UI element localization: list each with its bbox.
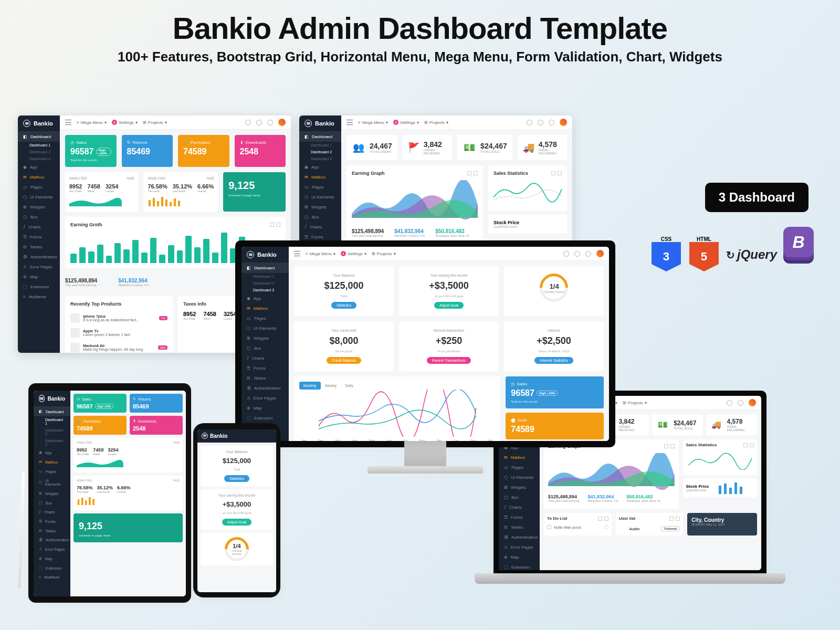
sidebar-box[interactable]: ▢Box (18, 212, 60, 222)
svg-rect-8 (78, 499, 80, 505)
chart-tabs: Monthly Weekly Daily (299, 382, 495, 390)
brand[interactable]: ✉Bankio (18, 116, 60, 132)
menu-toggle-icon[interactable] (294, 251, 300, 256)
sidebar-mailbox[interactable]: ✉Mailbox (18, 172, 60, 182)
svg-rect-11 (89, 497, 91, 505)
bell-icon[interactable] (267, 120, 273, 125)
bell-icon[interactable] (259, 433, 264, 437)
avatar[interactable] (266, 433, 272, 439)
recent-transaction-card: Recent transaction +$250 From john@doe R… (399, 321, 499, 371)
adjust-goal-button[interactable]: Adjust Goal (434, 302, 464, 309)
menu-toggle-icon[interactable] (65, 120, 71, 125)
statistics-button[interactable]: Statistics (331, 302, 356, 309)
laptop-base (475, 573, 785, 584)
search-icon[interactable] (727, 400, 732, 406)
delete-icon[interactable] (604, 525, 608, 529)
dashboard-monitor: ✉Bankio ◧ Dashboard Dashboard 1 Dashboar… (242, 247, 609, 441)
avatar[interactable] (560, 119, 567, 126)
search-icon[interactable] (563, 251, 569, 257)
gear-icon[interactable] (574, 251, 580, 257)
todo-panel: To Do List Nulla vitae purus (544, 513, 612, 536)
stat-card-returns[interactable]: ↻ Returns 85469 (122, 135, 173, 167)
gauge-icon: 1/4Overdue Invoices (534, 268, 574, 308)
tab-daily[interactable]: Daily (341, 382, 358, 390)
stat-card-sales[interactable]: ◷ Sales 96587 High +10% Total for this m… (65, 135, 117, 167)
svg-rect-7 (178, 201, 180, 206)
search-icon[interactable] (252, 433, 257, 437)
svg-rect-14 (724, 484, 727, 494)
bell-icon[interactable] (549, 120, 554, 125)
tab-weekly[interactable]: Weekly (321, 382, 341, 390)
brand[interactable]: ✉Bankio (242, 247, 289, 263)
sidebar-sub-1[interactable]: Dashboard 1 (18, 142, 60, 149)
settings-menu[interactable]: 8 Settings ▾ (112, 120, 138, 125)
product-item[interactable]: Apple TvLorem ipsum 2 listener 1 fact (70, 326, 167, 340)
sidebar-tables[interactable]: ⊟Tables (18, 242, 60, 252)
svg-rect-2 (157, 201, 159, 206)
monitor-base (368, 466, 483, 474)
brand[interactable]: ✉Bankio (299, 116, 341, 132)
product-item[interactable]: Iphone 7plusIt is a long as as establish… (70, 311, 167, 326)
monitor-stand (404, 441, 446, 467)
side-sales-card: ◷ Sales 96587 High +10% Total for this m… (506, 376, 604, 408)
userlist-panel: User list AustinFollowed (616, 513, 684, 536)
sidebar-sub-2[interactable]: Dashboard 2 (18, 149, 60, 155)
sidebar-pages[interactable]: ▭Pages (18, 182, 60, 192)
interest-statistics-button[interactable]: Interest Statistics (534, 357, 573, 364)
credit-balance-button[interactable]: Credit Balance (327, 357, 361, 364)
stock-price-panel: Stock Price QUARTER DATA (488, 215, 567, 234)
balance-card: Your Balance $125,000 Total Statistics (294, 266, 394, 316)
sidebar-auth[interactable]: ⦿Authentication (18, 252, 60, 262)
stat-card-downloads[interactable]: ⬇ Downloads 2548 (235, 135, 286, 167)
sidebar-ui[interactable]: ⬡UI Elements (18, 192, 60, 202)
projects-menu[interactable]: ⊞ Projects ▾ (143, 120, 167, 125)
html5-logo: HTML 5 (688, 236, 720, 273)
saving-card: Your saving this month +$3,5000 of your … (399, 266, 499, 316)
sidebar-dashboard[interactable]: ◧Dashboard (18, 132, 60, 142)
mega-menu[interactable]: ≡ Mega Menu ▾ (77, 120, 107, 125)
svg-rect-9 (81, 498, 83, 505)
side-gold-card: ⬤ Gold 74589 (506, 413, 604, 439)
gear-icon[interactable] (256, 120, 262, 125)
tab-monthly[interactable]: Monthly (299, 382, 321, 390)
sales-stats-panel: Sales Statistics (683, 439, 757, 475)
followed-button[interactable]: Followed (661, 526, 680, 531)
menu-toggle-icon[interactable] (346, 120, 353, 125)
sidebar-error[interactable]: ⚠Error Pages (18, 262, 60, 272)
avatar[interactable] (278, 119, 286, 126)
bell-icon[interactable] (585, 251, 591, 257)
svg-rect-3 (161, 197, 163, 206)
sidebar-sub-3[interactable]: Dashboard 3 (18, 155, 60, 162)
svg-rect-16 (734, 482, 737, 494)
sidebar-ext[interactable]: ⬚Extension (18, 282, 60, 292)
search-icon[interactable] (245, 120, 251, 125)
recent-transactions-button[interactable]: Recent Transactions (427, 357, 471, 364)
svg-rect-0 (149, 200, 151, 206)
earning-graph-panel: Earning Graph $125,498,894This year tota… (544, 439, 679, 509)
sidebar-forms[interactable]: ☰Forms (18, 232, 60, 242)
css3-logo: CSS 3 (650, 236, 682, 273)
products-panel: Recently Top Products Iphone 7plusIt is … (65, 296, 173, 353)
sidebar-multi[interactable]: ≡Multilevel (18, 292, 60, 302)
search-icon[interactable] (527, 120, 532, 125)
invoices-gauge-card: 1/4Overdue Invoices (504, 266, 604, 316)
avatar[interactable] (596, 250, 604, 257)
svg-rect-6 (174, 198, 176, 206)
sidebar-widgets[interactable]: ⊞Widgets (18, 202, 60, 212)
svg-rect-17 (740, 487, 742, 494)
earning-graph-panel: Earning Graph $125,498,894This year tota… (346, 165, 483, 247)
gear-icon[interactable] (538, 120, 543, 125)
hero-title: Bankio Admin Dashboard Template (21, 10, 819, 46)
stat-card-purchases[interactable]: 🛒 Purchases 74589 (178, 135, 229, 167)
product-item[interactable]: Macbook AirMake big things happen. All d… (70, 340, 167, 353)
sidebar-map[interactable]: ⊕Map (18, 272, 60, 282)
checkbox[interactable] (547, 525, 551, 529)
line-chart-panel: Monthly Weekly Daily JanFebMarAprMayJunJ… (294, 376, 500, 441)
interest-card: Interest +$2,500 Since 19 March, 2019 In… (504, 321, 604, 371)
sidebar-charts[interactable]: ⤴Charts (18, 222, 60, 232)
gear-icon[interactable] (738, 400, 743, 406)
sidebar-dashboard[interactable]: ◧ Dashboard (299, 132, 341, 142)
avatar[interactable] (749, 399, 756, 406)
sidebar-app[interactable]: ◉App (18, 162, 60, 172)
metric-orders: 🚩3,842ORDER RECEIVED (403, 135, 452, 160)
